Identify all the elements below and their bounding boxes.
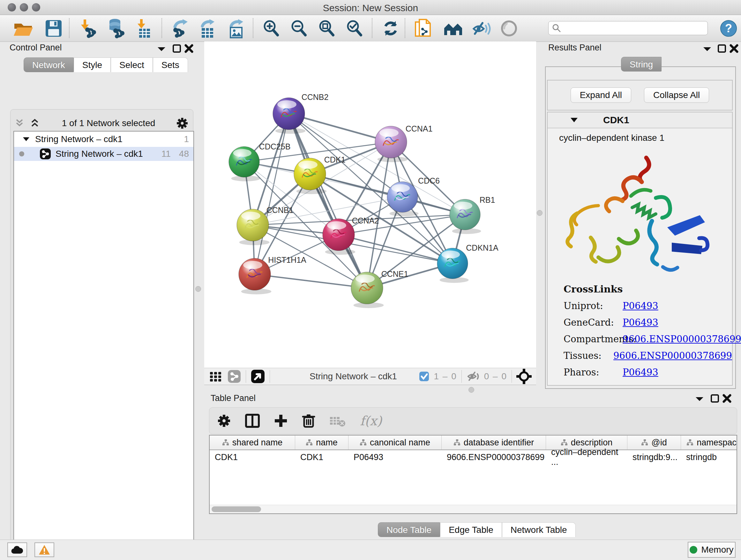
expand-all-button[interactable]: Expand All	[570, 87, 631, 103]
network-icon-gray[interactable]	[227, 369, 241, 383]
tab-style[interactable]: Style	[74, 57, 111, 72]
network-edge[interactable]	[339, 235, 453, 263]
save-session-button[interactable]	[45, 19, 63, 38]
expand-all-icon[interactable]	[30, 118, 41, 128]
warning-button[interactable]	[35, 543, 54, 557]
panel-menu-icon[interactable]	[156, 46, 166, 52]
tab-network-table[interactable]: Network Table	[502, 522, 576, 537]
export-table-button[interactable]	[199, 19, 217, 38]
selected-checkbox-icon[interactable]	[419, 371, 429, 381]
panel-menu-icon[interactable]	[702, 46, 712, 52]
center-view-icon[interactable]	[516, 369, 532, 384]
gene-section-header[interactable]: CDK1	[548, 112, 732, 128]
panel-close-icon[interactable]	[185, 44, 193, 53]
crosslink-link[interactable]: P06493	[623, 367, 658, 378]
section-collapse-icon[interactable]	[570, 117, 578, 123]
show-columns-icon[interactable]	[245, 414, 260, 428]
network-node-rb1[interactable]: RB1	[450, 195, 495, 234]
search-input[interactable]	[561, 23, 708, 34]
memory-button[interactable]: Memory	[688, 542, 736, 558]
import-network-database-button[interactable]	[106, 19, 126, 38]
grid-view-icon[interactable]	[209, 370, 223, 383]
collapse-all-icon[interactable]	[15, 118, 25, 128]
tab-sets[interactable]: Sets	[153, 57, 188, 72]
network-node-ccna1[interactable]: CCNA1	[375, 124, 432, 162]
right-splitter-handle[interactable]	[537, 210, 542, 216]
bottom-splitter-handle[interactable]	[468, 387, 474, 393]
crosslink-link[interactable]: 9606.ENSP00000378699	[613, 350, 732, 361]
open-session-button[interactable]	[13, 19, 34, 38]
network-options-gear-icon[interactable]	[176, 117, 188, 129]
network-node-cdkn1a[interactable]: CDKN1A	[437, 243, 498, 283]
column-header-name[interactable]: name	[295, 435, 348, 449]
table-hscrollbar[interactable]	[210, 505, 737, 513]
column-header-shared-name[interactable]: shared name	[210, 435, 295, 449]
column-header--id[interactable]: @id	[627, 435, 681, 449]
import-table-button[interactable]	[135, 19, 152, 38]
network-node-ccnb1[interactable]: CCNB1	[237, 206, 293, 245]
tab-select[interactable]: Select	[111, 57, 153, 72]
birdseye-icon[interactable]	[251, 369, 265, 384]
crosslink-link[interactable]: P06493	[623, 317, 658, 328]
preview-button[interactable]	[500, 19, 518, 38]
import-network-file-button[interactable]	[78, 19, 98, 38]
crosslink-link[interactable]: P06493	[623, 300, 658, 311]
delete-column-icon[interactable]	[302, 414, 315, 428]
table-hscroll-thumb[interactable]	[212, 506, 261, 512]
zoom-selected-button[interactable]	[346, 19, 363, 38]
table-cell[interactable]: CDK1	[295, 450, 348, 464]
network-edge[interactable]	[255, 274, 367, 288]
column-header-database-identifier[interactable]: database identifier	[442, 435, 546, 449]
column-header-canonical-name[interactable]: canonical name	[348, 435, 442, 449]
table-cell[interactable]: stringdb:9...	[627, 450, 681, 464]
panel-float-icon[interactable]	[718, 44, 726, 53]
tab-edge-table[interactable]: Edge Table	[440, 522, 502, 537]
panel-float-icon[interactable]	[711, 394, 719, 403]
tree-expand-icon[interactable]	[22, 136, 30, 142]
network-node-ccnb2[interactable]: CCNB2	[273, 92, 328, 134]
left-splitter-handle[interactable]	[195, 286, 201, 292]
network-graph[interactable]: CCNB2CCNA1CDC25BCDK1CDC6RB1CCNB1CCNA2CDK…	[204, 42, 536, 368]
crosslink-link[interactable]: 9606.ENSP00000378699	[623, 334, 741, 345]
table-cell[interactable]: 9606.ENSP00000378699	[442, 450, 546, 464]
table-cell[interactable]: stringdb	[681, 450, 737, 464]
zoom-fit-button[interactable]	[318, 19, 336, 38]
network-node-ccna2[interactable]: CCNA2	[323, 216, 379, 255]
collapse-all-button[interactable]: Collapse All	[644, 87, 709, 103]
column-header-namespac[interactable]: namespac	[681, 435, 737, 449]
network-node-cdc25b[interactable]: CDC25B	[229, 142, 290, 181]
network-node-ccne1[interactable]: CCNE1	[351, 269, 408, 308]
tab-node-table[interactable]: Node Table	[378, 522, 440, 537]
panel-menu-icon[interactable]	[694, 396, 704, 402]
network-node-hist1h1a[interactable]: HIST1H1A	[239, 255, 307, 294]
panel-close-icon[interactable]	[730, 44, 738, 53]
delete-table-icon[interactable]	[329, 415, 346, 427]
network-edge[interactable]	[255, 114, 289, 274]
table-settings-gear-icon[interactable]	[217, 414, 231, 428]
network-row[interactable]: String Network – cdk1 11 48	[14, 147, 193, 161]
zoom-out-button[interactable]	[290, 19, 308, 38]
table-row[interactable]: CDK1CDK1P064939606.ENSP00000378699cyclin…	[210, 450, 737, 464]
clone-network-button[interactable]	[414, 19, 433, 38]
help-button[interactable]: ?	[720, 19, 738, 38]
cloud-button[interactable]	[7, 543, 27, 557]
table-cell[interactable]: cyclin–dependent ...	[546, 450, 627, 464]
hidden-eye-slash-icon[interactable]	[466, 371, 480, 382]
panel-close-icon[interactable]	[723, 394, 731, 403]
toolbar-search[interactable]	[548, 21, 708, 35]
function-builder-icon[interactable]: f(x)	[360, 414, 382, 428]
hide-toolbar-button[interactable]	[472, 19, 491, 38]
tab-network[interactable]: Network	[23, 57, 74, 72]
network-canvas[interactable]: CCNB2CCNA1CDC25BCDK1CDC6RB1CCNB1CCNA2CDK…	[204, 42, 536, 368]
zoom-in-button[interactable]	[262, 19, 280, 38]
table-cell[interactable]: P06493	[348, 450, 442, 464]
network-collection-row[interactable]: String Network – cdk1 1	[14, 132, 193, 145]
network-node-cdc6[interactable]: CDC6	[387, 176, 440, 216]
apply-layout-button[interactable]	[382, 19, 400, 38]
export-network-button[interactable]	[171, 19, 191, 38]
table-cell[interactable]: CDK1	[210, 450, 295, 464]
panel-float-icon[interactable]	[172, 44, 181, 53]
tab-string[interactable]: String	[621, 57, 662, 71]
add-column-icon[interactable]	[274, 414, 288, 428]
export-image-button[interactable]	[227, 19, 246, 38]
